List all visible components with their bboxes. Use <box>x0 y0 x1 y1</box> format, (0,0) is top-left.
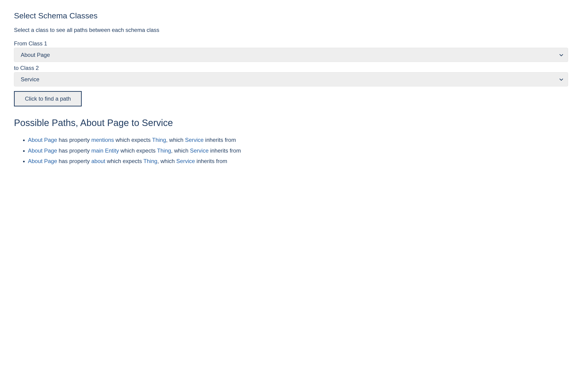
path-expects-link[interactable]: Thing <box>157 148 171 154</box>
path-property-link[interactable]: main Entity <box>91 148 119 154</box>
from-class-select[interactable]: About Page <box>14 48 568 62</box>
page-description: Select a class to see all paths between … <box>14 27 568 33</box>
path-property-link[interactable]: about <box>91 158 105 164</box>
path-from-link[interactable]: About Page <box>28 158 57 164</box>
path-inherits-link[interactable]: Service <box>190 148 209 154</box>
path-expects-link[interactable]: Thing <box>152 137 166 143</box>
path-property-link[interactable]: mentions <box>91 137 114 143</box>
find-path-button[interactable]: Click to find a path <box>14 91 82 106</box>
page-title: Select Schema Classes <box>14 11 568 20</box>
to-class-select[interactable]: Service <box>14 72 568 86</box>
results-list: About Page has property mentions which e… <box>14 135 568 166</box>
path-inherits-link[interactable]: Service <box>185 137 204 143</box>
path-expects-link[interactable]: Thing <box>143 158 157 164</box>
path-item: About Page has property main Entity whic… <box>28 145 568 156</box>
results-heading: Possible Paths, About Page to Service <box>14 118 568 128</box>
path-from-link[interactable]: About Page <box>28 137 57 143</box>
to-class-label: to Class 2 <box>14 65 568 71</box>
path-inherits-link[interactable]: Service <box>176 158 195 164</box>
path-item: About Page has property about which expe… <box>28 156 568 166</box>
path-item: About Page has property mentions which e… <box>28 135 568 145</box>
from-class-label: From Class 1 <box>14 40 568 47</box>
path-from-link[interactable]: About Page <box>28 148 57 154</box>
